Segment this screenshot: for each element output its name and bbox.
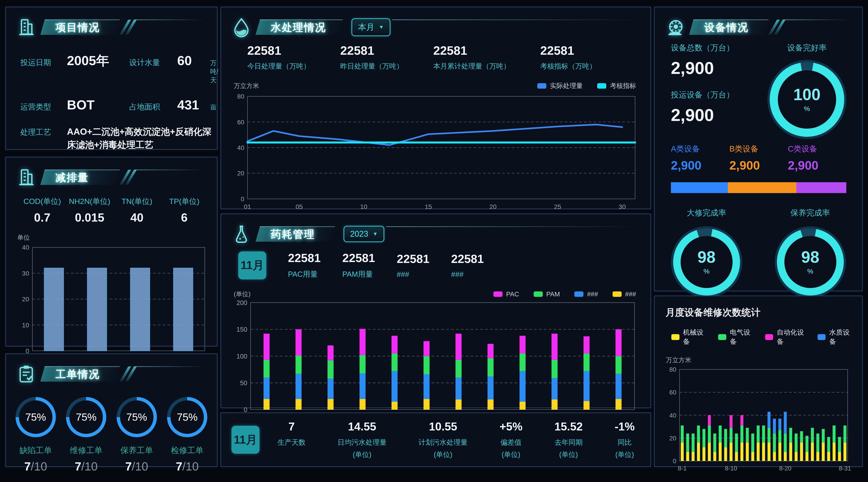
panel-project-info: 项目情况 投运日期 2005年 设计水量 60 万吨/天 运营类型 BOT 占地…: [5, 7, 217, 150]
panel-production-summary: 11月 7生产天数 14.55日均污水处理量(单位) 10.55计划污水处理量(…: [221, 413, 651, 467]
svg-text:80: 80: [669, 366, 676, 373]
svg-text:20: 20: [237, 170, 244, 177]
panel-title: 药耗管理: [271, 228, 315, 241]
panel-title-banner: 设备情况: [689, 20, 768, 35]
emission-stats: COD(单位)0.7 NH2N(单位)0.015 TN(单位)40 TP(单位)…: [6, 188, 217, 224]
maintenance-stacked-bar-chart-plot: 0204060808-18-108-208-31: [665, 366, 851, 474]
svg-text:8-20: 8-20: [779, 465, 792, 472]
water-line-chart-plot: 02040608001051015202530: [231, 93, 641, 212]
legend-item: 水质设备: [817, 328, 851, 347]
month-badge: 11月: [238, 251, 266, 279]
banner-tail-line: [134, 366, 205, 367]
banner-stripes: [121, 170, 132, 185]
field-label: 设计水量: [129, 57, 171, 68]
y-axis-unit: 单位: [17, 233, 209, 242]
emission-bar-chart-plot: 010203040CODNH2NTNTP: [16, 244, 209, 365]
progress-ring: 75%: [66, 397, 106, 437]
stat-item: NH2N(单位)0.015: [66, 196, 114, 224]
stat-item: 22581今日处理量（万吨）: [247, 43, 310, 71]
equipment-counts: 设备总数（万台） 2,900 投运设备（万台） 2,900: [671, 42, 765, 140]
banner-tail-line: [134, 170, 205, 170]
class-b-segment: [728, 182, 796, 193]
clipboard-check-icon: [16, 364, 37, 384]
field-value: BOT: [67, 97, 123, 112]
field-label: 占地面积: [129, 102, 171, 112]
svg-text:40: 40: [237, 144, 244, 151]
work-order-item: 75% 保养工单 7/10: [117, 397, 157, 473]
stat-item: 15.52去年同期(单位): [555, 420, 583, 459]
svg-text:30: 30: [619, 203, 626, 210]
work-order-ratio: 7/10: [66, 460, 106, 473]
stat-label: 设备总数（万台）: [671, 43, 734, 52]
work-order-ratio: 7/10: [16, 460, 56, 473]
svg-text:05: 05: [296, 203, 303, 210]
water-drop-icon: [231, 17, 252, 37]
stat-item: 10.55计划污水处理量(单位): [418, 420, 468, 459]
class-c-stat: C类设备2,900: [788, 144, 846, 172]
panel-title-banner: 工单情况: [40, 366, 120, 382]
chemical-stacked-bar-chart-plot: 050100150200123456789101112: [231, 299, 641, 424]
panel-work-orders: 工单情况 75% 缺陷工单 7/10 75% 维修工单 7/10 75%: [5, 354, 217, 467]
field-unit: 亩: [210, 103, 218, 112]
panel-title-banner: 水处理情况: [255, 20, 343, 35]
stat-item: 22581PAC用量: [288, 251, 321, 279]
class-b-stat: B类设备2,900: [730, 144, 788, 172]
panel-chemical-management: 药耗管理 2023 ▼ 11月 22581PAC用量 22581PAM用量 22…: [221, 214, 651, 408]
stat-item: 22581昨日处理量（万吨）: [340, 43, 403, 71]
svg-text:8-1: 8-1: [678, 465, 687, 472]
overhaul-gauge-block: 大修完成率 98%: [655, 208, 758, 299]
chevron-down-icon: ▼: [373, 231, 378, 237]
banner-tail-line: [134, 20, 205, 20]
stat-item: 22581本月累计处理量（万吨）: [433, 43, 510, 71]
stat-item: COD(单位)0.7: [19, 196, 66, 224]
building-icon: [16, 167, 37, 188]
svg-text:50: 50: [240, 379, 247, 387]
equipment-classes: A类设备2,900 B类设备2,900 C类设备2,900: [655, 140, 862, 172]
y-axis-unit: 万立方米: [666, 356, 851, 364]
water-stats: 22581今日处理量（万吨） 22581昨日处理量（万吨） 22581本月累计处…: [221, 37, 651, 71]
water-period-value: 本月: [358, 22, 374, 33]
field-value: 431: [177, 97, 204, 112]
panel-emission-reduction: 减排量 COD(单位)0.7 NH2N(单位)0.015 TN(单位)40 TP…: [5, 157, 217, 347]
y-axis-unit: (单位): [234, 290, 251, 298]
field-value: 60: [177, 53, 204, 68]
legend-item: 考核指标: [597, 81, 636, 90]
y-axis-unit: 万立方米: [234, 82, 259, 90]
svg-text:10: 10: [22, 322, 29, 329]
work-order-ratio: 7/10: [167, 460, 207, 473]
field-value: AAO+二沉池+高效沉淀池+反硝化深床滤池+消毒处理工艺: [67, 125, 218, 151]
work-order-label: 保养工单: [117, 445, 157, 456]
chemical-year-select[interactable]: 2023 ▼: [344, 226, 384, 242]
work-order-label: 维修工单: [66, 445, 106, 456]
class-a-stat: A类设备2,900: [671, 144, 730, 172]
stat-item: -1%同比(单位): [615, 420, 635, 459]
stat-item: 22581###: [397, 252, 430, 279]
banner-stripes: [770, 20, 781, 35]
chemical-chart-legend: PAC PAM ### ###: [493, 291, 636, 298]
svg-text:40: 40: [22, 244, 29, 251]
building-icon: [16, 17, 37, 37]
water-period-select[interactable]: 本月 ▼: [351, 18, 391, 36]
equipment-class-bar: [671, 182, 846, 193]
overhaul-gauge: 98%: [673, 229, 740, 296]
work-order-item: 75% 检修工单 7/10: [167, 397, 207, 473]
banner-tail-line: [392, 20, 639, 20]
panel-title: 项目情况: [56, 21, 100, 35]
project-detail-grid: 投运日期 2005年 设计水量 60 万吨/天 运营类型 BOT 占地面积 43…: [6, 37, 217, 177]
field-value: 2005年: [67, 52, 123, 70]
svg-text:20: 20: [669, 435, 676, 442]
panel-title-banner: 项目情况: [40, 20, 120, 35]
water-chart-legend: 实际处理量 考核指标: [537, 81, 636, 90]
legend-item: ###: [613, 291, 636, 298]
svg-text:60: 60: [669, 389, 676, 396]
panel-title-banner: 药耗管理: [255, 226, 335, 242]
chart-title: 月度设备维修次数统计: [665, 306, 851, 319]
progress-ring: 75%: [117, 397, 157, 437]
chemical-stacked-bar-chart: 050100150200123456789101112: [221, 298, 651, 424]
svg-text:20: 20: [22, 296, 29, 303]
stat-label: 设备完好率: [765, 42, 849, 53]
stat-label: 投运设备（万台）: [671, 90, 734, 99]
dashboard: 项目情况 投运日期 2005年 设计水量 60 万吨/天 运营类型 BOT 占地…: [0, 0, 868, 482]
health-gauge: 100%: [770, 62, 844, 137]
panel-title: 减排量: [56, 171, 89, 185]
